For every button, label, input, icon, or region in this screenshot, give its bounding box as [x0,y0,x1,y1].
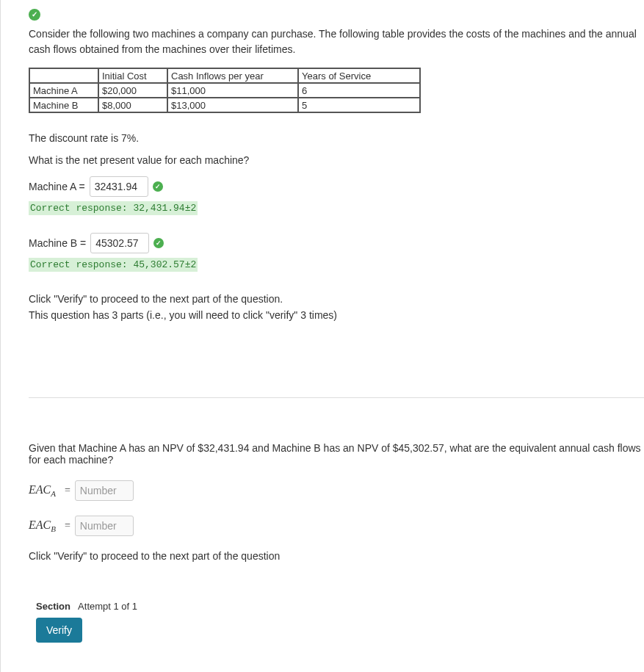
check-circle-icon [153,238,164,248]
machine-a-correct: Correct response: 32,431.94±2 [29,201,198,215]
eac-b-input[interactable] [75,516,134,536]
th-years: Years of Service [298,68,420,83]
equals-sign: = [65,485,70,496]
check-circle-icon [29,9,40,21]
table-row: Machine A $20,000 $11,000 6 [29,83,420,98]
th-initial-cost: Initial Cost [98,68,167,83]
section-divider [29,397,644,398]
verify-instruction-3: Click "Verify" to proceed to the next pa… [29,548,644,564]
th-blank [29,68,98,83]
attempt-text: Attempt 1 of 1 [78,601,137,612]
eac-question: Given that Machine A has an NPV of $32,4… [29,442,644,466]
verify-instruction-1: Click "Verify" to proceed to the next pa… [29,291,644,307]
machine-a-input[interactable] [90,176,148,197]
th-cash-inflows: Cash Inflows per year [167,68,298,83]
eac-a-input[interactable] [75,480,134,501]
eac-b-label: EACB [29,519,56,533]
machine-b-correct: Correct response: 45,302.57±2 [29,258,198,272]
machine-b-label: Machine B = [29,237,86,249]
machine-b-input[interactable] [90,233,149,253]
eac-a-label: EACA [29,483,56,498]
npv-question: What is the net present value for each m… [29,154,644,166]
table-row: Machine B $8,000 $13,000 5 [29,98,420,112]
machine-a-label: Machine A = [29,181,85,192]
discount-rate-text: The discount rate is 7%. [29,132,644,144]
equals-sign: = [65,520,70,532]
machine-table: Initial Cost Cash Inflows per year Years… [29,68,421,113]
section-label: Section [36,601,70,612]
verify-instruction-2: This question has 3 parts (i.e., you wil… [29,307,644,323]
verify-button[interactable]: Verify [36,618,82,643]
question-intro: Consider the following two machines a co… [29,26,644,57]
check-circle-icon [153,181,163,192]
